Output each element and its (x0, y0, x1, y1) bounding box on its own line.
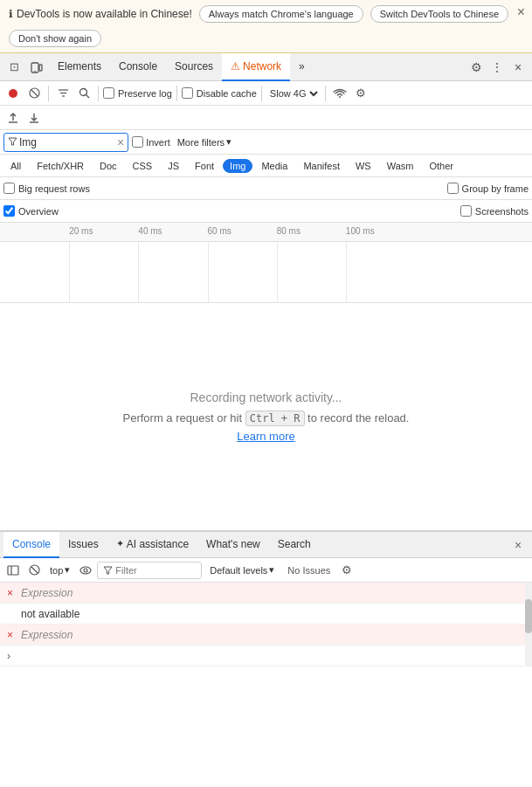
console-scrollbar[interactable] (525, 583, 532, 666)
ruler-mark-60ms: 60 ms (208, 226, 231, 236)
ruler-mark-40ms: 40 ms (138, 226, 162, 236)
svg-rect-1 (39, 65, 42, 71)
download-icon[interactable] (24, 108, 44, 128)
console-error-icon-2: × (7, 629, 17, 641)
notification-close-button[interactable]: × (517, 5, 525, 19)
console-eye-icon[interactable] (76, 561, 95, 580)
big-request-rows-checkbox[interactable] (3, 183, 15, 194)
console-scrollbar-thumb[interactable] (525, 599, 532, 632)
overview-checkbox[interactable] (3, 205, 15, 217)
perform-text: Perform a request or hit Ctrl + R to rec… (123, 411, 410, 425)
type-tab-css[interactable]: CSS (126, 159, 160, 173)
filter-funnel-icon (8, 137, 17, 148)
main-content-area: Recording network activity... Perform a … (0, 303, 532, 530)
svg-point-2 (34, 70, 35, 71)
disable-cache-label[interactable]: Disable cache (182, 87, 257, 99)
tab-ai-assistance[interactable]: ✦ AI assistance (107, 532, 197, 558)
network-settings-button[interactable]: ⚙ (351, 84, 370, 103)
notification-bar: ℹ DevTools is now available in Chinese! … (0, 0, 532, 53)
tab-elements[interactable]: Elements (49, 53, 110, 81)
big-request-rows-option: Big request rows (3, 183, 90, 194)
preserve-log-checkbox[interactable] (103, 87, 114, 99)
upload-icon[interactable] (3, 108, 23, 128)
console-filter-input[interactable] (115, 565, 185, 576)
inspector-icon[interactable]: ⊡ (3, 57, 24, 78)
console-line-3: × Expression (0, 625, 532, 645)
type-tab-media[interactable]: Media (254, 159, 294, 173)
preserve-log-label[interactable]: Preserve log (103, 87, 172, 99)
console-expression-1[interactable]: Expression (21, 587, 73, 599)
filter-input-wrapper: × (3, 133, 128, 152)
console-line-1: × Expression (0, 583, 532, 604)
type-tab-ws[interactable]: WS (349, 159, 378, 173)
console-clear-icon[interactable] (24, 561, 44, 580)
invert-checkbox[interactable] (132, 136, 143, 148)
overview-option: Overview (3, 205, 59, 217)
options-row: Big request rows Group by frame (0, 177, 532, 200)
dont-show-again-button[interactable]: Don't show again (9, 30, 101, 47)
filter-input[interactable] (19, 136, 115, 148)
console-content: × Expression not available × Expression … (0, 583, 532, 666)
type-tab-fetch-xhr[interactable]: Fetch/XHR (30, 159, 91, 173)
toolbar-separator-2 (98, 86, 99, 101)
learn-more-link[interactable]: Learn more (237, 430, 294, 443)
console-filter-icon (103, 566, 113, 575)
device-mode-icon[interactable] (26, 57, 47, 78)
type-tab-font[interactable]: Font (188, 159, 221, 173)
console-close-button[interactable]: × (508, 535, 529, 556)
type-tab-img[interactable]: Img (223, 159, 252, 173)
tab-more[interactable]: » (290, 53, 314, 81)
type-tab-all[interactable]: All (3, 159, 28, 173)
throttle-select[interactable]: Slow 4G (266, 87, 321, 100)
search-button[interactable] (74, 84, 93, 103)
match-language-button[interactable]: Always match Chrome's language (199, 5, 363, 23)
screenshots-label: Screenshots (475, 206, 529, 217)
svg-line-16 (31, 567, 38, 573)
devtools-close-button[interactable]: × (508, 57, 529, 78)
overview-label: Overview (18, 206, 59, 217)
tab-sources[interactable]: Sources (166, 53, 222, 81)
grid-line-1 (69, 242, 70, 302)
more-filters-button[interactable]: More filters ▾ (174, 135, 235, 149)
no-issues-badge: No Issues (282, 563, 335, 577)
invert-label[interactable]: Invert (132, 136, 170, 148)
overview-row: Overview Screenshots (0, 200, 532, 223)
tab-issues[interactable]: Issues (59, 532, 107, 558)
tab-console-bottom[interactable]: Console (3, 532, 59, 558)
type-tab-wasm[interactable]: Wasm (380, 159, 421, 173)
filter-toggle-button[interactable] (53, 84, 73, 103)
console-sidebar-icon[interactable] (3, 561, 23, 580)
disable-cache-checkbox[interactable] (182, 87, 193, 99)
group-by-frame-label: Group by frame (462, 183, 529, 194)
toolbar-separator-3 (176, 86, 177, 101)
record-button[interactable] (3, 84, 23, 103)
type-tab-js[interactable]: JS (161, 159, 186, 173)
tab-console[interactable]: Console (110, 53, 166, 81)
screenshots-checkbox[interactable] (460, 205, 472, 217)
console-context-select[interactable]: top ▾ (45, 562, 74, 578)
tab-network[interactable]: ⚠ Network (222, 53, 290, 81)
devtools-more-button[interactable]: ⋮ (487, 57, 508, 78)
svg-line-5 (31, 90, 38, 96)
console-levels-button[interactable]: Default levels ▾ (204, 562, 280, 578)
recording-text: Recording network activity... (190, 390, 342, 404)
screenshots-option: Screenshots (460, 205, 529, 217)
tab-whats-new[interactable]: What's new (197, 532, 269, 558)
clear-button[interactable] (24, 84, 44, 103)
switch-to-chinese-button[interactable]: Switch DevTools to Chinese (370, 5, 508, 23)
type-tab-manifest[interactable]: Manifest (296, 159, 347, 173)
grid-line-2 (138, 242, 139, 302)
toolbar-separator-5 (325, 86, 326, 101)
console-expression-2[interactable]: Expression (21, 629, 73, 641)
filter-clear-button[interactable]: × (117, 136, 124, 148)
console-tab-bar: Console Issues ✦ AI assistance What's ne… (0, 532, 532, 558)
devtools-settings-button[interactable]: ⚙ (466, 57, 487, 78)
type-tab-doc[interactable]: Doc (93, 159, 124, 173)
console-value-1: not available (21, 608, 79, 620)
tab-search-bottom[interactable]: Search (269, 532, 320, 558)
type-tab-other[interactable]: Other (422, 159, 460, 173)
network-conditions-icon[interactable] (330, 84, 349, 103)
console-settings-button[interactable]: ⚙ (337, 561, 356, 580)
group-by-frame-checkbox[interactable] (447, 183, 459, 194)
toolbar-separator-1 (48, 86, 49, 101)
